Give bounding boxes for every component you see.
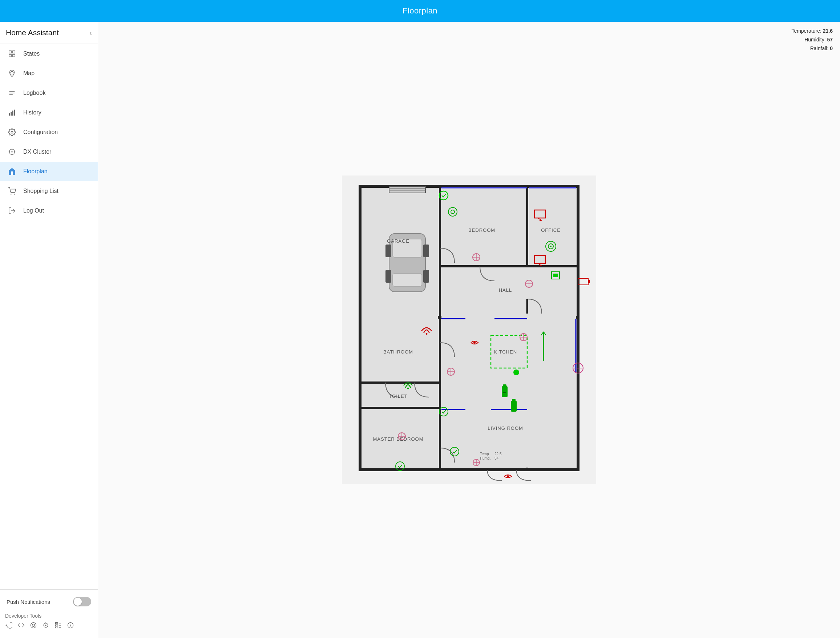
svg-rect-126: [503, 392, 506, 393]
svg-rect-106: [588, 280, 590, 283]
map-label: Map: [23, 70, 35, 77]
svg-text:TOILET: TOILET: [389, 393, 407, 399]
svg-rect-3: [13, 55, 15, 57]
rainfall-value: 0: [830, 46, 833, 51]
history-label: History: [23, 109, 41, 116]
cart-icon: [7, 186, 17, 196]
sidebar: Home Assistant ‹ States Map Logbook: [0, 22, 98, 638]
dx-icon: [7, 147, 17, 156]
app-header: Floorplan: [0, 0, 840, 22]
svg-point-128: [507, 475, 509, 477]
svg-rect-65: [423, 270, 429, 283]
svg-rect-64: [385, 270, 391, 283]
svg-point-12: [11, 131, 13, 133]
svg-rect-0: [9, 51, 11, 53]
dev-icon-api[interactable]: [5, 622, 13, 631]
svg-point-13: [11, 151, 13, 153]
svg-point-23: [32, 624, 35, 627]
temperature-value: 21.6: [823, 28, 833, 34]
svg-point-108: [474, 341, 475, 344]
svg-rect-55: [441, 319, 576, 467]
svg-point-25: [45, 625, 46, 625]
app-body: Home Assistant ‹ States Map Logbook: [0, 22, 840, 638]
sidebar-item-states[interactable]: States: [0, 44, 98, 63]
svg-rect-61: [393, 273, 422, 286]
svg-text:Humd.: Humd.: [480, 456, 491, 460]
svg-text:BEDROOM: BEDROOM: [468, 227, 495, 233]
push-notifications-row: Push Notifications: [0, 593, 98, 610]
logout-label: Log Out: [23, 207, 44, 214]
sidebar-item-logout[interactable]: Log Out: [0, 201, 98, 221]
weather-info: Temperature: 21.6 Humidity: 57 Rainfall:…: [791, 27, 833, 53]
floorplan-label: Floorplan: [23, 168, 47, 175]
grid-icon: [7, 49, 17, 58]
svg-text:KITCHEN: KITCHEN: [494, 349, 517, 355]
states-label: States: [23, 51, 39, 57]
svg-rect-1: [13, 51, 15, 53]
sidebar-bottom: Push Notifications Developer Tools: [0, 589, 98, 638]
svg-rect-49: [441, 188, 526, 264]
humidity-label: Humidity:: [804, 37, 826, 43]
dev-icon-template[interactable]: [17, 622, 25, 631]
rainfall-label: Rainfall:: [810, 46, 829, 51]
svg-rect-142: [512, 399, 516, 402]
svg-rect-125: [503, 384, 507, 387]
shopping-list-label: Shopping List: [23, 188, 58, 194]
sidebar-item-history[interactable]: History: [0, 103, 98, 122]
sidebar-title: Home Assistant: [6, 28, 59, 37]
svg-text:HALL: HALL: [499, 287, 512, 293]
dev-icon-event[interactable]: [30, 622, 37, 631]
dev-icon-info[interactable]: [67, 622, 74, 631]
svg-rect-62: [385, 245, 391, 257]
svg-rect-29: [55, 627, 58, 628]
dev-icon-states[interactable]: [55, 622, 62, 631]
svg-text:LIVING ROOM: LIVING ROOM: [488, 425, 523, 431]
floorplan-container: GARAGE BEDROOM OFFICE HALL BATHROOM TOIL…: [102, 25, 836, 634]
svg-rect-11: [14, 110, 15, 116]
main-content: Temperature: 21.6 Humidity: 57 Rainfall:…: [98, 22, 840, 638]
svg-rect-141: [511, 401, 516, 412]
page-title: Floorplan: [403, 6, 437, 16]
dev-icon-service[interactable]: [42, 622, 49, 631]
svg-point-113: [513, 370, 519, 375]
floorplan-svg: GARAGE BEDROOM OFFICE HALL BATHROOM TOIL…: [342, 175, 596, 484]
sidebar-item-logbook[interactable]: Logbook: [0, 83, 98, 103]
history-icon: [7, 108, 17, 117]
sidebar-item-shopping-list[interactable]: Shopping List: [0, 181, 98, 201]
svg-point-19: [14, 194, 15, 195]
svg-rect-50: [529, 188, 576, 264]
svg-rect-27: [55, 623, 58, 624]
svg-rect-2: [9, 55, 11, 57]
svg-rect-28: [55, 625, 58, 625]
svg-rect-10: [13, 111, 13, 116]
push-notifications-toggle[interactable]: [73, 597, 91, 606]
svg-point-107: [426, 333, 428, 335]
dx-cluster-label: DX Cluster: [23, 148, 51, 155]
map-icon: [7, 69, 17, 78]
svg-text:22.5: 22.5: [494, 452, 502, 456]
developer-tools-section: Developer Tools: [0, 610, 98, 634]
developer-tools-label: Developer Tools: [5, 613, 93, 619]
temperature-label: Temperature:: [791, 28, 821, 34]
sidebar-item-map[interactable]: Map: [0, 63, 98, 83]
svg-point-4: [11, 71, 13, 74]
svg-point-22: [31, 623, 36, 628]
svg-rect-96: [553, 273, 558, 277]
sidebar-item-dx-cluster[interactable]: DX Cluster: [0, 142, 98, 162]
svg-point-120: [407, 388, 409, 390]
sidebar-collapse-button[interactable]: ‹: [89, 29, 92, 37]
svg-rect-63: [423, 245, 429, 257]
svg-rect-56: [389, 186, 425, 193]
svg-point-18: [11, 194, 12, 195]
sidebar-item-floorplan[interactable]: Floorplan: [0, 162, 98, 181]
sidebar-item-configuration[interactable]: Configuration: [0, 122, 98, 142]
sidebar-header: Home Assistant ‹: [0, 22, 98, 44]
home-icon: [7, 167, 17, 176]
svg-point-91: [550, 246, 551, 247]
toggle-thumb: [74, 598, 82, 606]
logbook-label: Logbook: [23, 90, 46, 96]
settings-icon: [7, 128, 17, 137]
developer-tools-icons: [5, 622, 93, 631]
svg-rect-9: [11, 112, 12, 115]
logout-icon: [7, 206, 17, 215]
